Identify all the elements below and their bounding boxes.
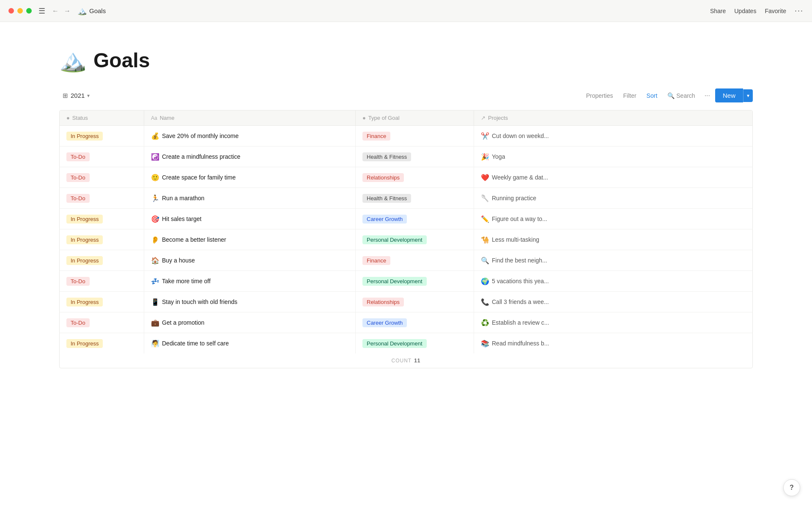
- table-row[interactable]: To-Do 🏃 Run a marathon Health & Fitness …: [60, 188, 752, 209]
- row-icon: 🧖: [151, 340, 159, 348]
- status-badge: To-Do: [66, 318, 90, 327]
- project-name: Running practice: [492, 195, 536, 202]
- maximize-button[interactable]: [26, 8, 32, 14]
- filter-button[interactable]: Filter: [619, 90, 640, 102]
- status-badge: In Progress: [66, 235, 103, 244]
- search-button[interactable]: 🔍 Search: [663, 90, 699, 102]
- extra-options-button[interactable]: ···: [701, 89, 713, 102]
- row-name: Get a promotion: [162, 319, 204, 326]
- goal-type-badge: Health & Fitness: [362, 152, 411, 161]
- table-row[interactable]: To-Do 💤 Take more time off Personal Deve…: [60, 271, 752, 292]
- view-label: 2021: [71, 92, 85, 99]
- sort-button[interactable]: Sort: [642, 90, 662, 102]
- menu-icon[interactable]: ☰: [38, 6, 45, 16]
- project-cell: 📞 Call 3 friends a wee...: [474, 292, 752, 312]
- project-name: Read mindfulness b...: [492, 340, 549, 347]
- type-header-icon: ●: [362, 115, 366, 121]
- row-name: Buy a house: [162, 257, 195, 264]
- row-icon: 🙂: [151, 174, 159, 182]
- new-button[interactable]: New: [715, 88, 743, 102]
- type-cell: Finance: [356, 250, 474, 271]
- properties-button[interactable]: Properties: [582, 90, 617, 102]
- type-header-label: Type of Goal: [368, 115, 400, 121]
- status-cell: To-Do: [60, 188, 144, 208]
- more-options-button[interactable]: ···: [795, 6, 804, 15]
- titlebar-page-title: Goals: [89, 7, 106, 14]
- grid-view-icon: ⊞: [63, 92, 68, 99]
- project-cell: 🌍 5 vacations this yea...: [474, 271, 752, 291]
- table-row[interactable]: In Progress 🧖 Dedicate time to self care…: [60, 333, 752, 353]
- row-name: Hit sales target: [162, 215, 201, 222]
- table-body: In Progress 💰 Save 20% of monthly income…: [60, 126, 752, 353]
- new-button-chevron[interactable]: ▾: [743, 89, 753, 102]
- project-name: Yoga: [492, 153, 505, 160]
- project-name: Establish a review c...: [492, 319, 549, 326]
- toolbar-actions: Properties Filter Sort 🔍 Search ··· New …: [582, 88, 753, 102]
- status-cell: To-Do: [60, 312, 144, 333]
- project-cell: ✏️ Figure out a way to...: [474, 209, 752, 229]
- row-name: Stay in touch with old friends: [162, 298, 237, 305]
- search-label: Search: [676, 92, 695, 99]
- table-row[interactable]: To-Do ☯️ Create a mindfulness practice H…: [60, 146, 752, 167]
- share-button[interactable]: Share: [710, 8, 726, 14]
- table-row[interactable]: In Progress 📱 Stay in touch with old fri…: [60, 292, 752, 312]
- table-row[interactable]: To-Do 💼 Get a promotion Career Growth ♻️…: [60, 312, 752, 333]
- help-button[interactable]: ?: [783, 479, 800, 496]
- forward-button[interactable]: →: [62, 6, 72, 16]
- status-cell: To-Do: [60, 146, 144, 167]
- row-name: Take more time off: [162, 278, 211, 284]
- name-header-label: Name: [160, 115, 175, 121]
- goal-type-badge: Career Growth: [362, 318, 407, 327]
- th-type: ● Type of Goal: [356, 110, 474, 125]
- goal-type-badge: Finance: [362, 256, 390, 265]
- project-name: Find the best neigh...: [492, 257, 547, 264]
- row-name: Create space for family time: [162, 174, 236, 181]
- goal-type-badge: Career Growth: [362, 215, 407, 224]
- project-icon: 🌍: [481, 277, 489, 285]
- updates-button[interactable]: Updates: [734, 8, 756, 14]
- count-bar: COUNT 11: [60, 353, 752, 368]
- back-button[interactable]: ←: [50, 6, 60, 16]
- goals-table: ● Status Aa Name ● Type of Goal ↗ Projec…: [59, 110, 753, 368]
- project-icon: 🐪: [481, 236, 489, 244]
- table-row[interactable]: In Progress 🏠 Buy a house Finance 🔍 Find…: [60, 250, 752, 271]
- project-icon: ❤️: [481, 174, 489, 182]
- minimize-button[interactable]: [17, 8, 23, 14]
- row-icon: 👂: [151, 236, 159, 244]
- table-row[interactable]: In Progress 💰 Save 20% of monthly income…: [60, 126, 752, 146]
- th-projects: ↗ Projects: [474, 110, 752, 125]
- close-button[interactable]: [8, 8, 14, 14]
- row-name: Become a better listener: [162, 236, 226, 243]
- goal-type-badge: Personal Development: [362, 235, 427, 244]
- name-cell: 📱 Stay in touch with old friends: [144, 292, 356, 312]
- type-cell: Health & Fitness: [356, 146, 474, 167]
- type-cell: Career Growth: [356, 312, 474, 333]
- type-cell: Personal Development: [356, 229, 474, 250]
- table-row[interactable]: To-Do 🙂 Create space for family time Rel…: [60, 167, 752, 188]
- project-name: Less multi-tasking: [492, 236, 539, 243]
- page-heading-title: Goals: [93, 49, 150, 72]
- status-cell: To-Do: [60, 167, 144, 188]
- table-header: ● Status Aa Name ● Type of Goal ↗ Projec…: [60, 110, 752, 126]
- goal-type-badge: Health & Fitness: [362, 194, 411, 203]
- project-cell: 🔍 Find the best neigh...: [474, 250, 752, 271]
- table-row[interactable]: In Progress 👂 Become a better listener P…: [60, 229, 752, 250]
- type-cell: Relationships: [356, 292, 474, 312]
- goal-type-badge: Finance: [362, 132, 390, 141]
- page-icon-small: 🏔️: [77, 6, 87, 16]
- view-selector[interactable]: ⊞ 2021 ▾: [59, 90, 93, 101]
- name-cell: 🏠 Buy a house: [144, 250, 356, 271]
- favorite-button[interactable]: Favorite: [765, 8, 786, 14]
- row-icon: ☯️: [151, 153, 159, 161]
- name-cell: 🙂 Create space for family time: [144, 167, 356, 188]
- project-icon: 📚: [481, 340, 489, 348]
- name-cell: 💤 Take more time off: [144, 271, 356, 291]
- type-cell: Personal Development: [356, 333, 474, 353]
- name-header-icon: Aa: [151, 115, 157, 121]
- project-cell: 🥄 Running practice: [474, 188, 752, 208]
- row-icon: 💼: [151, 319, 159, 327]
- status-cell: In Progress: [60, 333, 144, 353]
- status-badge: In Progress: [66, 256, 103, 265]
- table-row[interactable]: In Progress 🎯 Hit sales target Career Gr…: [60, 209, 752, 229]
- project-cell: 📚 Read mindfulness b...: [474, 333, 752, 353]
